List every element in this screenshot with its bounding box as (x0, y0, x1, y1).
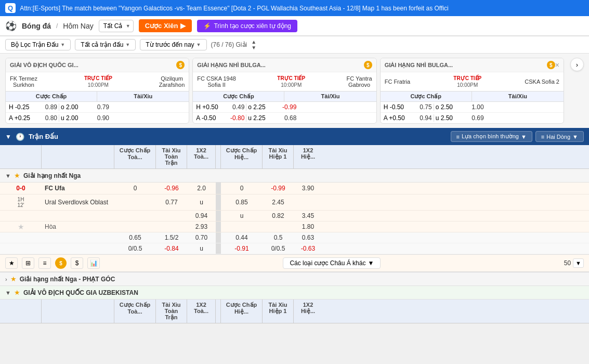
x12-hoa2-cell[interactable]: 1.80 (294, 222, 322, 232)
x12-a22-cell[interactable]: 3.45 (294, 211, 322, 221)
score-cell: 0-0 (0, 183, 42, 194)
sort-up-icon: ▲ (251, 40, 256, 45)
section-expand-arrow[interactable]: ▼ (5, 133, 11, 140)
match-bottom-bar: ★ ⊞ ≡ $ $ 📊 Các loại cược Châu Á khác ▼ … (0, 254, 589, 271)
cards-container: GIẢI VÔ ĐỊCH QUỐC GI... $ FK TermezSurkh… (5, 58, 564, 124)
col-h-blank2 (42, 145, 114, 168)
live-time-3: 10:00PM (457, 82, 478, 88)
section-title: Trận Đấu (29, 133, 58, 140)
ex1-c5[interactable]: 0.44 (221, 232, 263, 243)
xiu-a-cell[interactable]: 0.85 (221, 197, 263, 207)
league2-header[interactable]: › ★ Giải hạng nhất Nga - PHẠT GÓC (0, 272, 589, 286)
ex1-c7[interactable]: 0.63 (294, 232, 322, 243)
odds-divider-3-2 (434, 114, 434, 122)
tat-ca-select-wrapper[interactable]: Tất Cả (99, 20, 134, 32)
ex1-c4[interactable]: 0.70 (187, 232, 216, 243)
star-btn[interactable]: ★ (5, 257, 18, 269)
odds-val2-2-2: 0.68 (278, 114, 296, 122)
tai-a2-cell[interactable]: u (221, 211, 263, 221)
odds-row-3-1: H -0.50 0.75 o 2.50 1.00 (381, 102, 564, 113)
chap-a2-cell[interactable] (294, 201, 322, 204)
cuoc-chap-label-1: Cược Chấp (6, 92, 97, 101)
ex1-c6[interactable]: 0.5 (263, 232, 294, 243)
ex1-c2[interactable]: 0.65 (114, 232, 156, 243)
trinh-tao-label: Trình tạo cược xiên tự động (214, 22, 291, 30)
trinh-tao-button[interactable]: ⚡ Trình tạo cược xiên tự động (197, 20, 297, 32)
hoa-c2 (156, 225, 187, 228)
odds-header-2: Cược Chấp Tài/Xiu (193, 91, 376, 102)
sort-down-icon: ▼ (251, 45, 256, 50)
lua-chon-button[interactable]: ≡ Lựa chọn bình thường ▼ (451, 131, 532, 142)
sport-title: Bóng đá (22, 22, 51, 30)
x12-home2-cell[interactable]: 3.90 (294, 183, 322, 193)
odds-ou-3-1: o 2.50 (436, 103, 464, 111)
match-section-1: 0-0 FC Ufa 0 -0.96 2.0 0 -0.99 3.90 1H 1… (0, 183, 589, 272)
league1-name: Giải hạng nhất Nga (23, 172, 81, 179)
count-dropdown-btn[interactable]: ▼ (573, 258, 584, 268)
chap-h-cell[interactable]: 0 (114, 183, 156, 193)
x12-a2-cell[interactable]: 0.94 (187, 211, 216, 221)
league3-star-icon[interactable]: ★ (14, 289, 20, 296)
ex2-c6[interactable]: 0/0.5 (263, 243, 294, 254)
live-badge-1: TRỰC TIẾP 10:00PM (84, 75, 112, 88)
sort-arrows[interactable]: ▲ ▼ (251, 40, 256, 50)
col-h-blank1 (0, 145, 42, 168)
league1-expand-icon[interactable]: ▼ (5, 173, 11, 179)
odds-extra-row: ★ Hòa 2.93 1.80 (0, 222, 589, 232)
card-close-button-3[interactable]: × (555, 61, 559, 69)
league3-name: GIẢI VÔ ĐỊCH QUỐC GIA UZBEKISTAN (23, 289, 138, 296)
time-filter-button[interactable]: Từ trước đến nay (140, 39, 206, 50)
chap-a-val-cell[interactable]: 0.77 (156, 197, 187, 207)
ex2-c7[interactable]: -0.63 (294, 243, 322, 254)
lua-chon-arrow: ▼ (521, 134, 527, 140)
away-row: 1H 12' Ural Sverdlovsk Oblast 0.77 u 0.8… (0, 194, 589, 211)
chap-h-val-cell[interactable]: -0.96 (156, 183, 187, 193)
dollar-btn2[interactable]: $ (71, 257, 83, 269)
home-team-3: FC Fratria (385, 79, 411, 85)
tai-val-cell[interactable]: 2.0 (187, 183, 216, 193)
tat-ca-select[interactable]: Tất Cả (99, 20, 134, 32)
star-cell[interactable]: ★ (0, 223, 42, 231)
more-chau-a-button[interactable]: Các loại cược Châu Á khác ▼ (283, 257, 381, 269)
x12-a-cell[interactable]: 2.45 (263, 197, 294, 207)
chap-h2-cell[interactable]: 0 (221, 183, 263, 193)
league1-header[interactable]: ▼ ★ Giải hạng nhất Nga (0, 169, 589, 183)
odds-val2-1-1: 0.79 (91, 103, 109, 111)
league3-header[interactable]: ▼ ★ GIẢI VÔ ĐỊCH QUỐC GIA UZBEKISTAN (0, 286, 589, 300)
hai-dong-button[interactable]: ≡ Hai Dòng ▼ (535, 131, 584, 142)
dollar-s-btn[interactable]: $ (55, 257, 67, 269)
cuoc-chap-label-3: Cược Chấp (381, 92, 472, 101)
chart-btn[interactable]: 📊 (87, 257, 100, 269)
odds-val2-3-2: 0.69 (466, 114, 484, 122)
ex2-c2[interactable]: 0/0.5 (114, 243, 156, 254)
xiu-a2-cell[interactable]: 0.82 (263, 211, 294, 221)
hoa-cell: Hòa (42, 222, 114, 232)
cuoc-xien-button[interactable]: Cược Xiên ▶ (139, 19, 192, 32)
odds-label-2-1: H +0.50 (196, 103, 225, 111)
bo-loc-button[interactable]: Bộ Lọc Trận Đấu (5, 39, 71, 50)
cards-next-arrow[interactable]: › (570, 58, 584, 71)
odds-header-3: Cược Chấp Tài/Xiu (381, 91, 564, 102)
sep-col6 (216, 243, 221, 254)
count-value: 50 (564, 259, 571, 267)
chap-h2-val-cell[interactable]: -0.99 (263, 183, 294, 193)
list-btn[interactable]: ≡ (38, 257, 51, 269)
league2-star-icon[interactable]: ★ (10, 275, 17, 283)
ex1-c3[interactable]: 1.5/2 (156, 232, 187, 243)
league1-star-icon[interactable]: ★ (14, 172, 20, 179)
home-team-name: FC Ufa (45, 185, 111, 192)
match-card-1: GIẢI VÔ ĐỊCH QUỐC GI... $ FK TermezSurkh… (5, 58, 189, 124)
chap-a-cell[interactable] (114, 201, 156, 204)
l3-col-h-sep (216, 300, 221, 323)
league3-expand-icon[interactable]: ▼ (5, 290, 11, 296)
ex2-c5[interactable]: -0.91 (221, 243, 263, 254)
tai-xiu-label-3: Tài/Xiu (472, 92, 564, 101)
league2-expand-icon[interactable]: › (5, 276, 7, 282)
cuoc-chap-label-2: Cược Chấp (193, 92, 284, 101)
grid-btn[interactable]: ⊞ (22, 257, 34, 269)
tat-ca-tran-button[interactable]: Tất cả trận đấu (75, 39, 136, 50)
ex2-c3[interactable]: -0.84 (156, 243, 187, 254)
x12-hoa-cell[interactable]: 2.93 (187, 222, 216, 232)
away-row-cont: 0.94 u 0.82 3.45 (0, 211, 589, 222)
col-h-cuoc-chap-hie: Cược Chấp Hiệ... (221, 145, 263, 168)
